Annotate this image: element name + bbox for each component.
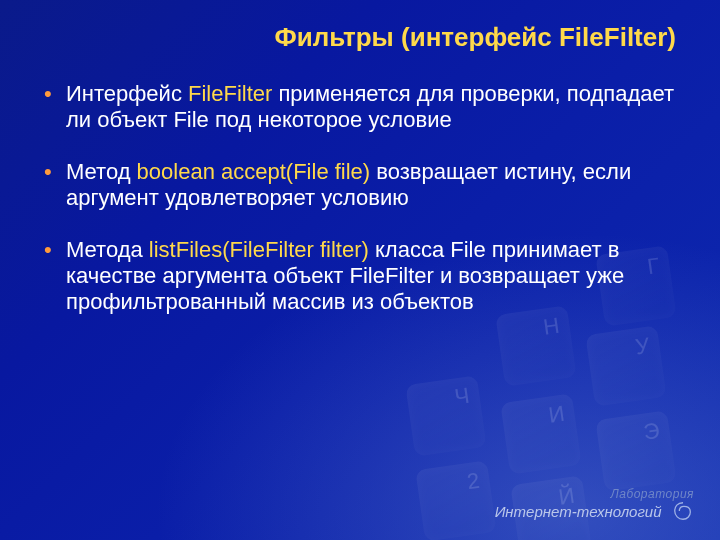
footer: Лаборатория Интернет-технологий	[495, 488, 694, 526]
logo-swirl-icon	[672, 500, 694, 526]
bullet-item: Интерфейс FileFilter применяется для про…	[40, 81, 680, 133]
footer-dept: Интернет-технологий	[495, 503, 662, 520]
bullet-text-highlight: listFiles(FileFilter filter)	[149, 237, 369, 262]
slide: Фильтры (интерфейс FileFilter) Интерфейс…	[0, 0, 720, 540]
bullet-list: Интерфейс FileFilter применяется для про…	[40, 81, 680, 315]
keycap: Э	[595, 410, 676, 491]
keycap: И	[500, 393, 581, 474]
keycap: У	[585, 325, 666, 406]
keycap: Н	[495, 305, 576, 386]
slide-title: Фильтры (интерфейс FileFilter)	[40, 22, 680, 53]
keycap: 2	[415, 460, 496, 540]
bullet-text-pre: Интерфейс	[66, 81, 188, 106]
bullet-item: Метод boolean accept(File file) возвраща…	[40, 159, 680, 211]
keycap: Ч	[405, 375, 486, 456]
bullet-text-pre: Метод	[66, 159, 137, 184]
footer-lab: Лаборатория	[495, 488, 694, 501]
bullet-text-pre: Метода	[66, 237, 149, 262]
bullet-text-highlight: FileFilter	[188, 81, 272, 106]
bullet-text-highlight: boolean accept(File file)	[137, 159, 371, 184]
bullet-item: Метода listFiles(FileFilter filter) клас…	[40, 237, 680, 315]
